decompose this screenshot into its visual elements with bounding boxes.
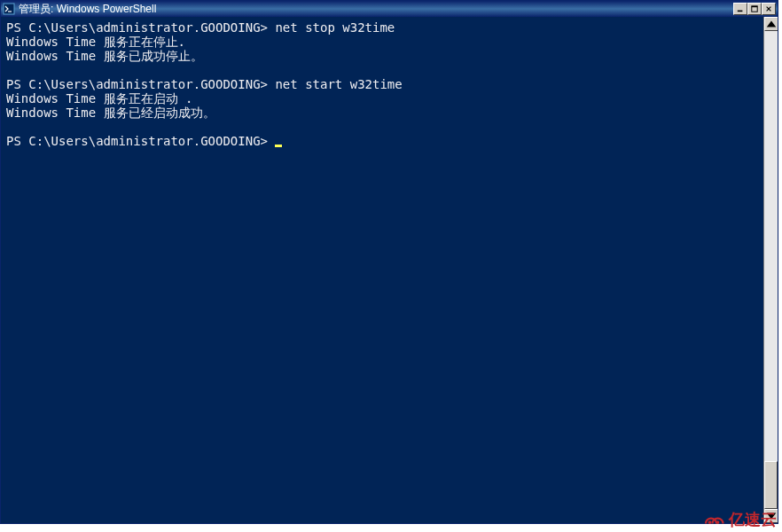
terminal-content: PS C:\Users\administrator.GOODOING> net …: [6, 20, 772, 162]
svg-rect-0: [4, 4, 14, 14]
vertical-scrollbar: [763, 17, 778, 523]
terminal-line: [6, 120, 772, 134]
terminal-line: PS C:\Users\administrator.GOODOING> net …: [6, 20, 772, 35]
terminal-area[interactable]: PS C:\Users\administrator.GOODOING> net …: [1, 17, 778, 523]
app-icon: [3, 3, 15, 15]
output-text: Windows Time 服务已经启动成功。: [6, 106, 215, 120]
scroll-track[interactable]: [764, 31, 778, 509]
prompt: PS C:\Users\administrator.GOODOING>: [6, 77, 275, 91]
scroll-thumb[interactable]: [764, 461, 778, 509]
scroll-down-button[interactable]: [764, 509, 778, 523]
terminal-line: [6, 148, 772, 162]
scroll-up-button[interactable]: [764, 17, 778, 31]
command-text: net stop w32time: [275, 20, 395, 35]
terminal-line: PS C:\Users\administrator.GOODOING>: [6, 134, 772, 148]
terminal-line: [6, 63, 772, 77]
terminal-line: Windows Time 服务已经启动成功。: [6, 106, 772, 120]
titlebar[interactable]: 管理员: Windows PowerShell: [1, 1, 778, 17]
window-title: 管理员: Windows PowerShell: [19, 2, 733, 17]
terminal-line: PS C:\Users\administrator.GOODOING> net …: [6, 77, 772, 91]
output-text: Windows Time 服务正在启动 .: [6, 91, 192, 106]
maximize-button[interactable]: [747, 3, 762, 15]
window-controls: [733, 3, 776, 15]
output-text: Windows Time 服务正在停止.: [6, 35, 185, 49]
terminal-line: Windows Time 服务已成功停止。: [6, 49, 772, 63]
powershell-window: 管理员: Windows PowerShell PS C:\Users\admi…: [0, 0, 778, 524]
terminal-line: Windows Time 服务正在停止.: [6, 35, 772, 49]
close-button[interactable]: [762, 3, 776, 15]
prompt: PS C:\Users\administrator.GOODOING>: [6, 134, 275, 148]
cursor: [275, 145, 282, 147]
terminal-line: Windows Time 服务正在启动 .: [6, 91, 772, 106]
command-text: net start w32time: [275, 77, 402, 91]
output-text: Windows Time 服务已成功停止。: [6, 49, 203, 63]
prompt: PS C:\Users\administrator.GOODOING>: [6, 20, 275, 35]
minimize-button[interactable]: [733, 3, 747, 15]
